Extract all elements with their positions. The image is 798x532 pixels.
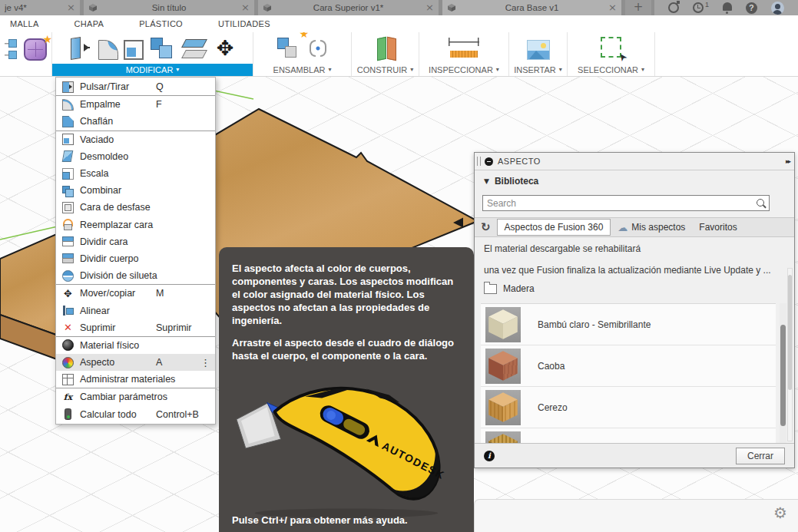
close-icon[interactable]: × [425, 0, 434, 15]
close-icon[interactable]: × [608, 0, 617, 15]
modificar-menu-button[interactable]: MODIFICAR▾ [52, 64, 253, 76]
inspeccionar-menu-button[interactable]: INSPECCIONAR▾ [419, 64, 508, 76]
close-button[interactable]: Cerrar [736, 448, 785, 464]
menu-item-cara-de-desfase[interactable]: Cara de desfase [56, 199, 215, 216]
menu-item-administrar-materiales[interactable]: Administrar materiales [56, 371, 215, 388]
panel-scrollbar-thumb[interactable] [788, 275, 792, 390]
menu-item-dividir-cara[interactable]: Dividir cara [56, 233, 215, 250]
close-icon[interactable]: × [67, 0, 75, 15]
construir-menu-button[interactable]: CONSTRUIR▾ [352, 64, 419, 76]
material-row[interactable]: Caoba [481, 345, 776, 387]
library-tab-aspectos-de-fusion-360[interactable]: Aspectos de Fusion 360 [497, 219, 611, 236]
toolbar-icons: ★ [0, 32, 51, 64]
toolbar-icons: ★ [253, 32, 351, 64]
panel-drag-handle[interactable] [477, 157, 481, 166]
appearance-tooltip: El aspecto afecta al color de cuerpos, c… [219, 247, 474, 532]
combine-icon[interactable] [149, 35, 175, 62]
menu-item-label: Desmoldeo [80, 151, 128, 162]
menu-item-label: Mover/copiar [80, 288, 135, 299]
seleccionar-menu-button[interactable]: SELECCIONAR▾ [568, 64, 654, 76]
account-icon[interactable] [771, 0, 784, 15]
close-icon[interactable]: × [241, 0, 250, 15]
press-pull-icon[interactable] [67, 35, 93, 62]
measure-icon[interactable] [446, 35, 482, 62]
info-icon[interactable]: i [484, 451, 495, 461]
menu-item-label: Alinear [80, 306, 110, 316]
material-row[interactable]: Cerezo [481, 387, 776, 428]
menu-item-aspecto[interactable]: AspectoA⋮ [56, 354, 215, 371]
document-tab[interactable]: Cara Base v1× [442, 0, 621, 15]
split-body-icon[interactable] [180, 35, 207, 62]
question-icon: ? [746, 2, 757, 14]
menu-item-divisi-n-de-silueta[interactable]: División de silueta [56, 267, 215, 284]
document-tab[interactable]: Cara Superior v1*× [258, 0, 439, 15]
ensamblar-menu-button[interactable]: ENSAMBLAR▾ [253, 64, 351, 76]
panel-collapse-icon[interactable]: ▸▸ [786, 157, 790, 165]
document-tab[interactable]: je v4*× [0, 0, 80, 15]
panel-title: ASPECTO [498, 157, 541, 166]
refresh-icon[interactable]: ↻ [481, 220, 491, 234]
gear-icon[interactable]: ⚙ [773, 504, 787, 522]
move-icon[interactable]: ✥ [212, 35, 238, 62]
panel-menu-dot-icon[interactable] [485, 157, 493, 166]
material-row[interactable]: Bambú claro - Semibrillante [481, 304, 776, 345]
menu-item-alinear[interactable]: Alinear [56, 302, 215, 319]
menu-item-suprimir[interactable]: ✕SuprimirSuprimir [56, 319, 215, 336]
menu-item-label: Combinar [80, 185, 121, 196]
search-icon[interactable] [757, 199, 764, 207]
menu-item-pulsar-tirar[interactable]: Pulsar/TirarQ [56, 78, 215, 95]
more-options-icon[interactable]: ⋮ [200, 357, 210, 368]
menu-item-dividir-cuerpo[interactable]: Dividir cuerpo [56, 250, 215, 267]
select-icon[interactable]: ➤ [598, 35, 624, 62]
history-icon[interactable]: 1 [693, 0, 709, 15]
ribbon-tab-malla[interactable]: MALLA [10, 19, 39, 28]
menu-item-mover-copiar[interactable]: ✥Mover/copiarM [56, 285, 215, 302]
document-icon [447, 3, 456, 12]
notifications-icon[interactable] [723, 0, 732, 15]
physical-icon [62, 339, 74, 351]
menu-item-calcular-todo[interactable]: Calcular todoControl+B [56, 406, 215, 423]
library-tabs: ↻ Aspectos de Fusion 360☁Mis aspectosFav… [475, 217, 794, 237]
menu-item-reemplazar-cara[interactable]: Reemplazar cara [56, 216, 215, 233]
menu-item-escala[interactable]: Escala [56, 165, 215, 182]
ribbon-tab-plástico[interactable]: PLÁSTICO [139, 19, 183, 28]
menu-item-chafl-n[interactable]: Chaflán [56, 113, 215, 130]
search-input[interactable] [482, 195, 770, 211]
library-tab-favoritos[interactable]: Favoritos [692, 219, 743, 236]
menu-item-label: Chaflán [80, 116, 113, 127]
library-tab-mis-aspectos[interactable]: ☁Mis aspectos [611, 219, 692, 236]
new-tab-button[interactable]: + [625, 0, 651, 15]
star-icon: ★ [42, 33, 51, 45]
extensions-icon[interactable] [668, 0, 679, 15]
insertar-menu-button[interactable]: INSERTAR▾ [509, 64, 567, 76]
menu-item-cambiar-par-metros[interactable]: fxCambiar parámetros [56, 388, 215, 405]
ribbon-tab-utilidades[interactable]: UTILIDADES [218, 19, 270, 28]
tooltip-help-hint: Pulse Ctrl+/ para obtener más ayuda. [232, 514, 408, 526]
image-icon[interactable] [527, 40, 550, 60]
surface-partial-icon[interactable] [5, 35, 18, 62]
chevron-down-icon: ▾ [496, 66, 499, 74]
help-icon[interactable]: ? [746, 0, 757, 15]
fillet-icon[interactable] [98, 40, 118, 60]
joint-icon[interactable] [307, 35, 329, 62]
document-tab[interactable]: Sin título× [84, 0, 254, 15]
ribbon-tab-chapa[interactable]: CHAPA [75, 19, 104, 28]
list-scrollbar-thumb[interactable] [780, 325, 786, 426]
plane-icon[interactable] [373, 35, 399, 62]
fillet-icon [62, 99, 74, 111]
form-icon[interactable]: ★ [24, 38, 47, 61]
titlebar-actions: 1? [654, 0, 798, 15]
menu-item-combinar[interactable]: Combinar [56, 182, 215, 199]
menu-item-vaciado[interactable]: Vaciado [56, 131, 215, 148]
library-section-toggle[interactable]: ▼ Biblioteca [484, 176, 538, 187]
shell-icon[interactable] [124, 40, 144, 60]
category-folder-row[interactable]: Madera [484, 283, 535, 294]
menu-item-empalme[interactable]: EmpalmeF [56, 96, 215, 113]
menu-item-label: Calcular todo [80, 409, 137, 420]
toolbar-group-insertar: INSERTAR▾ [509, 32, 568, 76]
new-component-icon[interactable]: ★ [276, 35, 302, 62]
menu-item-material-f-sico[interactable]: Material físico [56, 337, 215, 354]
replace-face-icon [62, 219, 74, 230]
menu-item-label: Empalme [80, 99, 121, 110]
menu-item-desmoldeo[interactable]: Desmoldeo [56, 148, 215, 165]
